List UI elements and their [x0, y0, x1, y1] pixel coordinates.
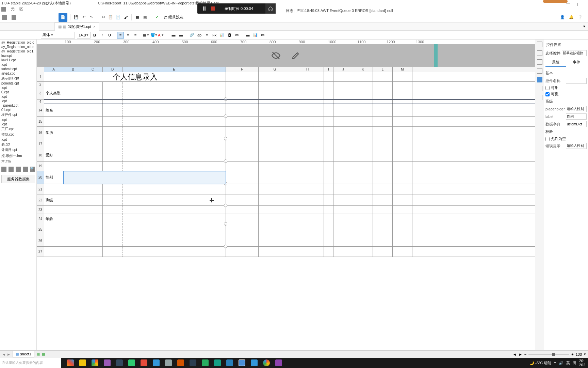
undo-icon[interactable]: ↶: [81, 14, 87, 20]
obj-icon[interactable]: ▭: [259, 32, 266, 39]
col-header[interactable]: F: [226, 67, 259, 72]
fill-button[interactable]: 🪣▾: [150, 32, 157, 39]
label-cell[interactable]: 爱好: [44, 149, 63, 161]
row-header[interactable]: 14: [37, 104, 44, 117]
taskbar-app[interactable]: [89, 358, 101, 368]
row-header[interactable]: 3: [37, 87, 44, 99]
col-header[interactable]: B: [63, 67, 83, 72]
col-header[interactable]: A: [44, 67, 63, 72]
strip-icon[interactable]: [537, 68, 542, 74]
scroll-left[interactable]: ◄: [513, 352, 517, 356]
ime[interactable]: 田: [573, 361, 576, 366]
taskbar-app[interactable]: [248, 358, 260, 368]
strip-icon[interactable]: [537, 77, 542, 82]
col-header[interactable]: G: [259, 67, 291, 72]
taskbar-app[interactable]: [163, 358, 174, 368]
size-select[interactable]: 14.0▾: [77, 32, 91, 39]
home-button[interactable]: [265, 3, 276, 14]
ime[interactable]: 英: [566, 361, 570, 366]
text-icon[interactable]: ab: [196, 32, 203, 39]
widget-icon[interactable]: ▭: [233, 32, 240, 39]
col-header[interactable]: H: [291, 67, 324, 72]
taskbar-app[interactable]: [224, 358, 235, 368]
label-cell[interactable]: [44, 206, 63, 214]
file-item[interactable]: arted.cpt: [1, 71, 36, 76]
bold-button[interactable]: B: [91, 32, 98, 39]
file-item[interactable]: 0.cpt: [1, 90, 36, 94]
taskbar-app[interactable]: [126, 358, 137, 368]
zoom-menu[interactable]: ▾: [584, 352, 586, 356]
row-header[interactable]: 15: [37, 117, 44, 127]
file-item[interactable]: .cpt: [1, 62, 36, 67]
row-header[interactable]: 21: [37, 184, 44, 195]
errortip-input[interactable]: [566, 143, 587, 149]
label-cell[interactable]: 姓名: [44, 104, 63, 116]
taskbar-app[interactable]: [65, 358, 76, 368]
taskbar-app[interactable]: [273, 358, 284, 368]
merge-button[interactable]: ▬: [170, 32, 177, 39]
enabled-checkbox[interactable]: [545, 86, 550, 90]
tab-properties[interactable]: 属性: [545, 58, 566, 67]
brush-icon[interactable]: 🖌: [122, 14, 129, 20]
chart-icon[interactable]: 📊: [218, 32, 225, 39]
file-item[interactable]: .cpt: [1, 137, 36, 142]
file-item[interactable]: 01.cpt: [1, 108, 36, 112]
row-header[interactable]: 23: [37, 206, 44, 214]
zoom-out[interactable]: −: [524, 352, 526, 356]
strip-icon[interactable]: [537, 50, 542, 56]
split-button[interactable]: ▬: [178, 32, 184, 39]
file-item[interactable]: ay_Registration_old.c: [1, 40, 36, 45]
label-cell[interactable]: [44, 247, 63, 257]
row-header[interactable]: 26: [37, 235, 44, 247]
col-header[interactable]: L: [373, 67, 393, 72]
align-icon[interactable]: ≡: [203, 32, 210, 39]
taskbar-app[interactable]: [77, 358, 88, 368]
zoom-in[interactable]: +: [571, 352, 573, 356]
taskbar-app[interactable]: [187, 358, 199, 368]
visible-checkbox[interactable]: [545, 92, 550, 96]
close-tab-icon[interactable]: ×: [93, 25, 95, 29]
label-cell[interactable]: 年龄: [44, 214, 63, 224]
underline-button[interactable]: U: [106, 32, 113, 39]
allowempty-checkbox[interactable]: [545, 137, 550, 141]
add-sheet-icon[interactable]: ▦: [42, 352, 45, 356]
file-item[interactable]: ay_Registration_old1.: [1, 49, 36, 53]
taskbar-app[interactable]: [114, 358, 125, 368]
weather[interactable]: 🌙 -5°C 晴朗: [529, 361, 551, 366]
help-icon[interactable]: ❔: [577, 14, 583, 20]
taskbar-app[interactable]: [199, 358, 211, 368]
taskbar-app[interactable]: [101, 358, 113, 368]
toolbar-icon[interactable]: [12, 15, 16, 20]
app-icon[interactable]: 📄: [59, 13, 67, 22]
scroll-right[interactable]: ►: [519, 352, 522, 356]
edit-icon[interactable]: [291, 51, 300, 60]
italic-button[interactable]: I: [99, 32, 105, 39]
label-cell[interactable]: [44, 162, 63, 171]
title-cell[interactable]: 个人信息录入: [44, 72, 226, 81]
file-item[interactable]: low11.cpt: [1, 58, 36, 62]
file-item[interactable]: .cpt: [1, 94, 36, 99]
file-item[interactable]: ponents.cpt: [1, 81, 36, 86]
file-item[interactable]: low.cpt: [1, 53, 36, 58]
font-select[interactable]: 黑体▾: [41, 32, 75, 39]
border-button[interactable]: ▦▾: [143, 32, 150, 39]
chart2-icon[interactable]: 📊: [252, 32, 259, 39]
file-item[interactable]: 模型.cpt: [1, 132, 36, 137]
label-cell[interactable]: 学历: [44, 127, 63, 139]
tree-icon[interactable]: [9, 167, 14, 172]
row-header[interactable]: 17: [37, 139, 44, 149]
row-header[interactable]: 25: [37, 224, 44, 235]
widget-name-input[interactable]: [566, 78, 587, 84]
menu-item[interactable]: 区: [19, 6, 23, 12]
taskbar-app[interactable]: [150, 358, 162, 368]
label-cell[interactable]: [44, 139, 63, 149]
tab-menu-icon[interactable]: ▾: [583, 24, 588, 29]
label-cell[interactable]: [44, 184, 63, 195]
pause-button[interactable]: [203, 6, 207, 11]
tree-icon[interactable]: [16, 167, 21, 172]
col-header[interactable]: D: [103, 67, 122, 72]
stop-button[interactable]: [211, 6, 215, 11]
save-icon[interactable]: 💾: [73, 14, 79, 20]
strip-icon[interactable]: [537, 86, 542, 91]
file-item[interactable]: submit.cpt: [1, 67, 36, 71]
